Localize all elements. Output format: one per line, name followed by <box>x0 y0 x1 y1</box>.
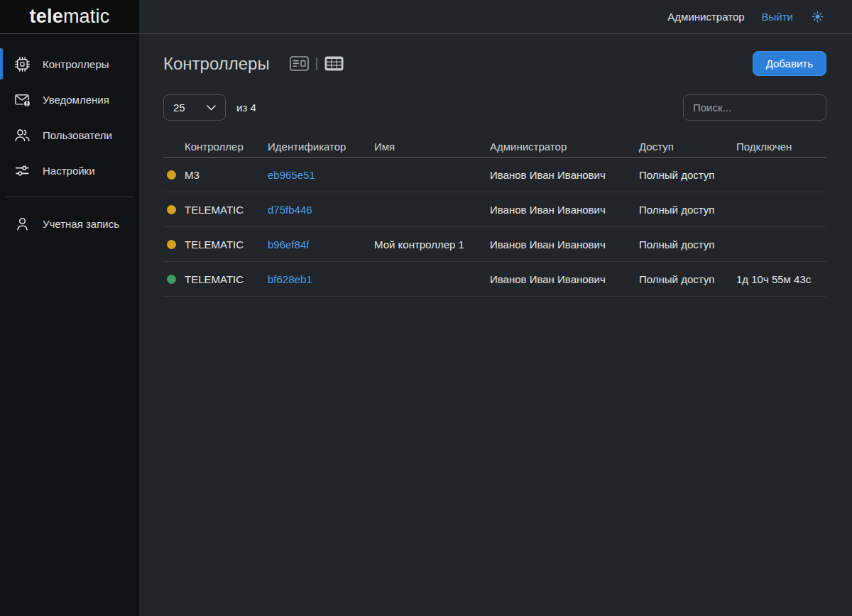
layout-body: Контроллеры Уведомления <box>0 34 852 616</box>
page-title: Контроллеры <box>163 54 270 74</box>
identifier-link[interactable]: b96ef84f <box>268 238 374 251</box>
access-cell: Полный доступ <box>639 169 736 181</box>
brand-logo: telematic <box>0 0 139 33</box>
brand-logo-bold: tele <box>30 6 63 28</box>
column-header: Идентификатор <box>268 141 374 153</box>
column-header: Контроллер <box>185 141 268 153</box>
access-cell: Полный доступ <box>639 273 736 285</box>
app-window: telematic Администратор Выйти <box>0 0 852 616</box>
controls-row: 25 из 4 <box>163 94 826 121</box>
status-dot <box>167 205 176 214</box>
theme-toggle-button[interactable] <box>810 9 825 24</box>
access-cell: Полный доступ <box>639 238 736 251</box>
sidebar-item-users[interactable]: Пользователи <box>0 117 139 153</box>
users-icon <box>13 126 31 144</box>
column-header: Имя <box>374 141 490 153</box>
total-count-label: из 4 <box>236 101 256 114</box>
status-dot <box>167 240 176 249</box>
status-dot <box>167 170 176 180</box>
status-dot <box>167 275 176 284</box>
page-header: Контроллеры <box>163 51 826 76</box>
sidebar-item-label: Пользователи <box>43 129 112 141</box>
table-row[interactable]: TELEMATIC b96ef84f Мой контроллер 1 Иван… <box>163 227 826 262</box>
controllers-table: Контроллер Идентификатор Имя Администрат… <box>163 136 826 297</box>
add-button[interactable]: Добавить <box>753 51 826 76</box>
sidebar-item-notifications[interactable]: Уведомления <box>0 82 139 117</box>
topbar: telematic Администратор Выйти <box>0 0 852 34</box>
table-row[interactable]: М3 eb965e51 Иванов Иван Иванович Полный … <box>163 158 826 192</box>
sidebar-item-label: Уведомления <box>43 94 109 106</box>
name-cell: Мой контроллер 1 <box>374 238 490 251</box>
sidebar-item-label: Настройки <box>43 165 95 177</box>
controller-cell: TELEMATIC <box>185 273 268 285</box>
sun-icon <box>810 9 825 24</box>
controller-cell: М3 <box>185 169 268 181</box>
admin-cell: Иванов Иван Иванович <box>490 169 639 181</box>
identifier-link[interactable]: bf628eb1 <box>268 273 374 285</box>
table-row[interactable]: TELEMATIC bf628eb1 Иванов Иван Иванович … <box>163 262 826 297</box>
sidebar-item-account[interactable]: Учетная запись <box>0 206 139 241</box>
sidebar-divider <box>6 197 133 197</box>
view-toggles <box>290 56 344 71</box>
active-indicator <box>0 48 3 79</box>
column-header: Администратор <box>490 141 639 153</box>
controller-cell: TELEMATIC <box>185 238 268 251</box>
sidebar-item-settings[interactable]: Настройки <box>0 153 139 188</box>
controller-cell: TELEMATIC <box>185 204 268 216</box>
sidebar-item-controllers[interactable]: Контроллеры <box>0 46 139 82</box>
page-size-value: 25 <box>173 101 185 114</box>
identifier-link[interactable]: eb965e51 <box>268 169 374 181</box>
page-size-select[interactable]: 25 <box>163 94 226 121</box>
column-header: Доступ <box>639 141 736 153</box>
sliders-icon <box>13 162 31 180</box>
card-view-icon[interactable] <box>290 56 309 71</box>
admin-cell: Иванов Иван Иванович <box>490 204 639 216</box>
connected-cell: 1д 10ч 55м 43с <box>736 273 826 285</box>
table-row[interactable]: TELEMATIC d75fb446 Иванов Иван Иванович … <box>163 192 826 227</box>
topbar-right: Администратор Выйти <box>139 0 852 33</box>
current-user-label: Администратор <box>667 11 744 23</box>
chevron-down-icon <box>207 105 216 111</box>
cpu-icon <box>13 55 31 73</box>
main-content: Контроллеры <box>139 34 852 616</box>
column-header: Подключен <box>736 141 826 153</box>
brand-logo-light: matic <box>63 6 110 28</box>
table-view-icon[interactable] <box>324 56 344 71</box>
admin-cell: Иванов Иван Иванович <box>490 238 639 251</box>
sidebar: Контроллеры Уведомления <box>0 34 139 616</box>
search-input[interactable] <box>683 94 826 121</box>
sidebar-item-label: Учетная запись <box>43 218 119 230</box>
mail-alert-icon <box>13 91 31 109</box>
sidebar-item-label: Контроллеры <box>43 58 109 70</box>
identifier-link[interactable]: d75fb446 <box>268 204 374 216</box>
admin-cell: Иванов Иван Иванович <box>490 273 639 285</box>
view-toggle-separator <box>316 57 317 70</box>
person-icon <box>13 215 31 233</box>
access-cell: Полный доступ <box>639 204 736 216</box>
table-header-row: Контроллер Идентификатор Имя Администрат… <box>163 136 826 158</box>
logout-link[interactable]: Выйти <box>762 11 793 23</box>
